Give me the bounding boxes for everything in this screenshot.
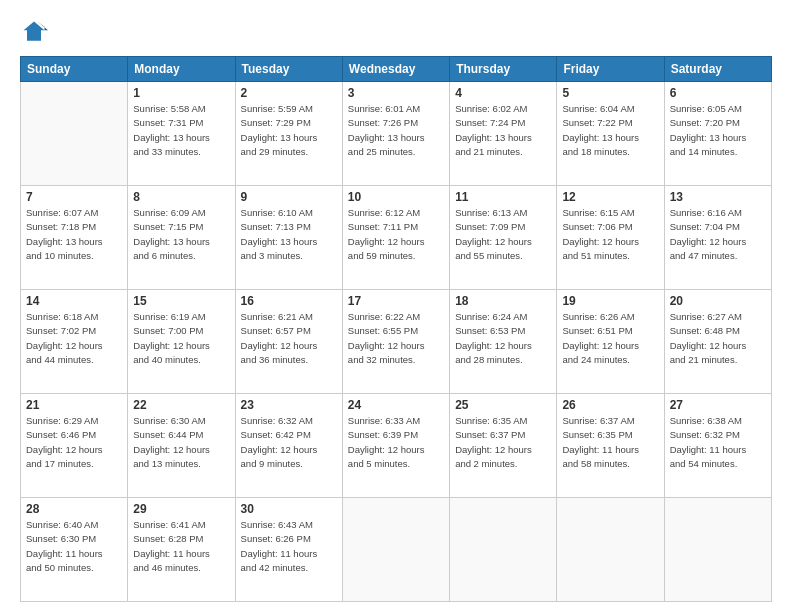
calendar-cell: 18Sunrise: 6:24 AM Sunset: 6:53 PM Dayli… <box>450 290 557 394</box>
calendar-cell: 2Sunrise: 5:59 AM Sunset: 7:29 PM Daylig… <box>235 82 342 186</box>
page: SundayMondayTuesdayWednesdayThursdayFrid… <box>0 0 792 612</box>
day-number: 2 <box>241 86 337 100</box>
day-info: Sunrise: 5:59 AM Sunset: 7:29 PM Dayligh… <box>241 102 337 159</box>
day-info: Sunrise: 6:41 AM Sunset: 6:28 PM Dayligh… <box>133 518 229 575</box>
day-number: 3 <box>348 86 444 100</box>
calendar-header-row: SundayMondayTuesdayWednesdayThursdayFrid… <box>21 57 772 82</box>
day-number: 29 <box>133 502 229 516</box>
day-info: Sunrise: 6:35 AM Sunset: 6:37 PM Dayligh… <box>455 414 551 471</box>
header <box>20 18 772 46</box>
calendar-cell: 21Sunrise: 6:29 AM Sunset: 6:46 PM Dayli… <box>21 394 128 498</box>
calendar-cell <box>450 498 557 602</box>
day-number: 7 <box>26 190 122 204</box>
day-info: Sunrise: 6:05 AM Sunset: 7:20 PM Dayligh… <box>670 102 766 159</box>
calendar-cell: 14Sunrise: 6:18 AM Sunset: 7:02 PM Dayli… <box>21 290 128 394</box>
day-info: Sunrise: 6:18 AM Sunset: 7:02 PM Dayligh… <box>26 310 122 367</box>
calendar-cell: 15Sunrise: 6:19 AM Sunset: 7:00 PM Dayli… <box>128 290 235 394</box>
calendar-cell: 13Sunrise: 6:16 AM Sunset: 7:04 PM Dayli… <box>664 186 771 290</box>
calendar-header-sunday: Sunday <box>21 57 128 82</box>
day-info: Sunrise: 6:02 AM Sunset: 7:24 PM Dayligh… <box>455 102 551 159</box>
day-number: 14 <box>26 294 122 308</box>
calendar-cell: 26Sunrise: 6:37 AM Sunset: 6:35 PM Dayli… <box>557 394 664 498</box>
calendar-cell: 9Sunrise: 6:10 AM Sunset: 7:13 PM Daylig… <box>235 186 342 290</box>
day-number: 24 <box>348 398 444 412</box>
calendar-cell: 10Sunrise: 6:12 AM Sunset: 7:11 PM Dayli… <box>342 186 449 290</box>
logo <box>20 18 52 46</box>
calendar-header-monday: Monday <box>128 57 235 82</box>
day-number: 28 <box>26 502 122 516</box>
calendar-cell: 24Sunrise: 6:33 AM Sunset: 6:39 PM Dayli… <box>342 394 449 498</box>
day-number: 17 <box>348 294 444 308</box>
day-number: 18 <box>455 294 551 308</box>
day-info: Sunrise: 6:37 AM Sunset: 6:35 PM Dayligh… <box>562 414 658 471</box>
day-info: Sunrise: 6:38 AM Sunset: 6:32 PM Dayligh… <box>670 414 766 471</box>
day-number: 15 <box>133 294 229 308</box>
day-number: 30 <box>241 502 337 516</box>
day-info: Sunrise: 6:10 AM Sunset: 7:13 PM Dayligh… <box>241 206 337 263</box>
day-info: Sunrise: 5:58 AM Sunset: 7:31 PM Dayligh… <box>133 102 229 159</box>
calendar-header-tuesday: Tuesday <box>235 57 342 82</box>
calendar-cell <box>664 498 771 602</box>
day-number: 9 <box>241 190 337 204</box>
day-info: Sunrise: 6:21 AM Sunset: 6:57 PM Dayligh… <box>241 310 337 367</box>
day-info: Sunrise: 6:43 AM Sunset: 6:26 PM Dayligh… <box>241 518 337 575</box>
day-number: 12 <box>562 190 658 204</box>
calendar-cell: 7Sunrise: 6:07 AM Sunset: 7:18 PM Daylig… <box>21 186 128 290</box>
calendar-week-row: 14Sunrise: 6:18 AM Sunset: 7:02 PM Dayli… <box>21 290 772 394</box>
calendar-cell: 25Sunrise: 6:35 AM Sunset: 6:37 PM Dayli… <box>450 394 557 498</box>
calendar-cell: 6Sunrise: 6:05 AM Sunset: 7:20 PM Daylig… <box>664 82 771 186</box>
day-number: 6 <box>670 86 766 100</box>
day-number: 27 <box>670 398 766 412</box>
calendar-header-wednesday: Wednesday <box>342 57 449 82</box>
day-number: 22 <box>133 398 229 412</box>
day-number: 10 <box>348 190 444 204</box>
calendar-cell: 19Sunrise: 6:26 AM Sunset: 6:51 PM Dayli… <box>557 290 664 394</box>
day-number: 25 <box>455 398 551 412</box>
calendar-cell: 1Sunrise: 5:58 AM Sunset: 7:31 PM Daylig… <box>128 82 235 186</box>
day-number: 11 <box>455 190 551 204</box>
calendar-cell: 3Sunrise: 6:01 AM Sunset: 7:26 PM Daylig… <box>342 82 449 186</box>
day-info: Sunrise: 6:32 AM Sunset: 6:42 PM Dayligh… <box>241 414 337 471</box>
calendar-cell: 28Sunrise: 6:40 AM Sunset: 6:30 PM Dayli… <box>21 498 128 602</box>
day-info: Sunrise: 6:29 AM Sunset: 6:46 PM Dayligh… <box>26 414 122 471</box>
calendar-cell: 27Sunrise: 6:38 AM Sunset: 6:32 PM Dayli… <box>664 394 771 498</box>
day-number: 19 <box>562 294 658 308</box>
day-info: Sunrise: 6:26 AM Sunset: 6:51 PM Dayligh… <box>562 310 658 367</box>
day-info: Sunrise: 6:04 AM Sunset: 7:22 PM Dayligh… <box>562 102 658 159</box>
calendar-cell: 16Sunrise: 6:21 AM Sunset: 6:57 PM Dayli… <box>235 290 342 394</box>
day-info: Sunrise: 6:15 AM Sunset: 7:06 PM Dayligh… <box>562 206 658 263</box>
day-number: 23 <box>241 398 337 412</box>
calendar-cell: 5Sunrise: 6:04 AM Sunset: 7:22 PM Daylig… <box>557 82 664 186</box>
calendar-header-friday: Friday <box>557 57 664 82</box>
day-info: Sunrise: 6:22 AM Sunset: 6:55 PM Dayligh… <box>348 310 444 367</box>
day-number: 26 <box>562 398 658 412</box>
day-info: Sunrise: 6:13 AM Sunset: 7:09 PM Dayligh… <box>455 206 551 263</box>
calendar-cell: 12Sunrise: 6:15 AM Sunset: 7:06 PM Dayli… <box>557 186 664 290</box>
calendar-cell: 30Sunrise: 6:43 AM Sunset: 6:26 PM Dayli… <box>235 498 342 602</box>
calendar-cell <box>342 498 449 602</box>
day-info: Sunrise: 6:27 AM Sunset: 6:48 PM Dayligh… <box>670 310 766 367</box>
calendar-week-row: 7Sunrise: 6:07 AM Sunset: 7:18 PM Daylig… <box>21 186 772 290</box>
calendar-cell: 22Sunrise: 6:30 AM Sunset: 6:44 PM Dayli… <box>128 394 235 498</box>
day-number: 8 <box>133 190 229 204</box>
calendar-cell: 11Sunrise: 6:13 AM Sunset: 7:09 PM Dayli… <box>450 186 557 290</box>
day-number: 21 <box>26 398 122 412</box>
day-info: Sunrise: 6:01 AM Sunset: 7:26 PM Dayligh… <box>348 102 444 159</box>
calendar-cell: 23Sunrise: 6:32 AM Sunset: 6:42 PM Dayli… <box>235 394 342 498</box>
day-info: Sunrise: 6:12 AM Sunset: 7:11 PM Dayligh… <box>348 206 444 263</box>
day-number: 5 <box>562 86 658 100</box>
calendar-header-thursday: Thursday <box>450 57 557 82</box>
day-info: Sunrise: 6:09 AM Sunset: 7:15 PM Dayligh… <box>133 206 229 263</box>
calendar-week-row: 1Sunrise: 5:58 AM Sunset: 7:31 PM Daylig… <box>21 82 772 186</box>
day-number: 4 <box>455 86 551 100</box>
day-number: 1 <box>133 86 229 100</box>
day-number: 13 <box>670 190 766 204</box>
calendar-cell: 29Sunrise: 6:41 AM Sunset: 6:28 PM Dayli… <box>128 498 235 602</box>
calendar-cell: 8Sunrise: 6:09 AM Sunset: 7:15 PM Daylig… <box>128 186 235 290</box>
day-info: Sunrise: 6:24 AM Sunset: 6:53 PM Dayligh… <box>455 310 551 367</box>
calendar: SundayMondayTuesdayWednesdayThursdayFrid… <box>20 56 772 602</box>
calendar-cell <box>21 82 128 186</box>
day-info: Sunrise: 6:30 AM Sunset: 6:44 PM Dayligh… <box>133 414 229 471</box>
calendar-week-row: 28Sunrise: 6:40 AM Sunset: 6:30 PM Dayli… <box>21 498 772 602</box>
calendar-header-saturday: Saturday <box>664 57 771 82</box>
